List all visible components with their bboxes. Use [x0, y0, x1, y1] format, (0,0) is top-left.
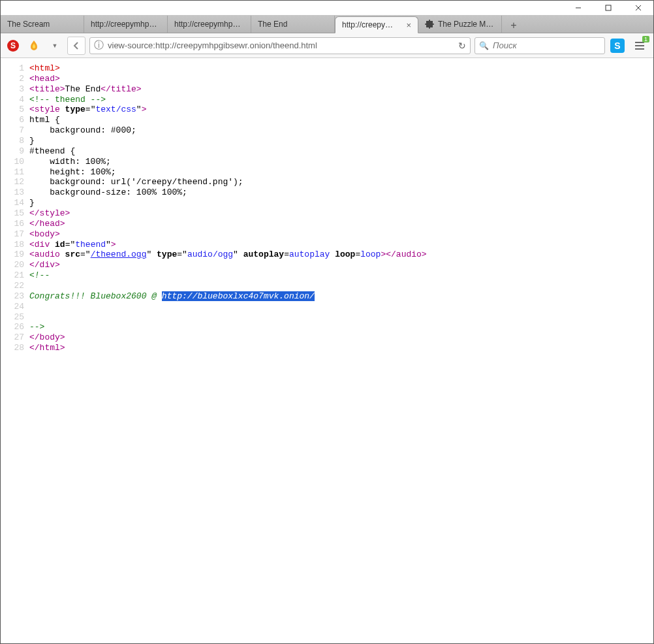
source-line: 28</html> — [29, 343, 653, 353]
back-button[interactable] — [67, 37, 86, 55]
search-icon: 🔍 — [479, 41, 489, 50]
code-token: text/css — [95, 105, 136, 114]
code-token: } — [29, 136, 35, 146]
line-number: 2 — [5, 74, 24, 84]
source-line: 11 height: 100%; — [29, 167, 653, 178]
code-token: <body> — [29, 229, 60, 239]
app-menu-button[interactable]: 1 — [630, 36, 649, 56]
window-close-button[interactable] — [623, 1, 653, 15]
code-token: background: #000; — [29, 125, 136, 135]
line-number: 21 — [5, 270, 24, 281]
tab-3[interactable]: The End — [251, 16, 335, 33]
window-minimize-button[interactable] — [563, 1, 593, 15]
tab-1[interactable]: http://creepymhp… — [84, 16, 168, 33]
new-tab-button[interactable]: + — [505, 18, 523, 33]
url-bar[interactable]: ⓘ view-source:http://creepymhpgibsewr.on… — [89, 37, 471, 54]
source-line: 2<head> — [29, 74, 653, 84]
tab-4[interactable]: http://creepy…× — [335, 16, 418, 33]
source-line: 8} — [29, 136, 653, 146]
line-number: 19 — [5, 250, 24, 260]
navigation-toolbar: S ▼ ⓘ view-source:http://creepymhpgibsew… — [1, 33, 653, 58]
tab-label: The Puzzle Ma… — [438, 20, 495, 29]
code-token: </body> — [29, 332, 65, 342]
line-number: 20 — [5, 260, 24, 270]
line-number: 18 — [5, 240, 24, 250]
code-token: " — [136, 105, 142, 114]
code-token: loop — [335, 250, 355, 259]
code-token: =" — [86, 105, 96, 114]
source-line: 20</div> — [29, 260, 653, 270]
code-token: </div> — [29, 260, 60, 270]
source-line: 15</style> — [29, 208, 653, 219]
identity-info-icon[interactable]: ⓘ — [94, 39, 104, 52]
source-line: 17<body> — [29, 229, 653, 240]
source-line: 21<!-- — [29, 270, 653, 281]
source-line: 3<title>The End</title> — [29, 84, 653, 95]
code-token: autoplay — [243, 250, 284, 259]
code-token: =" — [65, 240, 76, 250]
url-text[interactable]: view-source:http://creepymhpgibsewr.onio… — [108, 40, 454, 50]
extension-skype-icon[interactable]: S — [609, 37, 626, 54]
source-line: 1<html> — [29, 63, 653, 74]
line-number: 11 — [5, 167, 24, 178]
line-number: 16 — [5, 219, 24, 229]
code-token: type — [157, 250, 177, 259]
extension-dropdown-icon[interactable]: ▼ — [46, 37, 63, 54]
line-number: 8 — [5, 136, 24, 146]
code-token: html { — [29, 115, 60, 125]
source-line: 12 background: url('/creepy/theend.png')… — [29, 177, 653, 187]
view-source-content[interactable]: 1<html>2<head>3<title>The End</title>4<!… — [1, 58, 653, 644]
tab-label: The Scream — [7, 20, 77, 29]
code-token: <style — [29, 105, 65, 114]
line-number: 6 — [5, 115, 24, 125]
source-line: 16</head> — [29, 219, 653, 229]
source-line: 13 background-size: 100% 100%; — [29, 187, 653, 198]
tab-0[interactable]: The Scream — [1, 16, 84, 33]
tab-5[interactable]: The Puzzle Ma… — [418, 16, 502, 33]
search-bar[interactable]: 🔍 — [475, 37, 605, 54]
code-token: " — [106, 240, 111, 250]
extension-noscript-icon[interactable]: S — [5, 37, 22, 54]
code-token: <title> — [29, 84, 65, 94]
window-maximize-button[interactable] — [593, 1, 623, 15]
code-token: src — [65, 250, 80, 259]
line-number: 4 — [5, 95, 24, 105]
tab-2[interactable]: http://creepymhp… — [168, 16, 251, 33]
source-line: 27</body> — [29, 332, 653, 343]
line-number: 24 — [5, 302, 24, 312]
line-number: 25 — [5, 312, 24, 323]
line-number: 10 — [5, 157, 24, 167]
search-input[interactable] — [493, 40, 603, 50]
line-number: 23 — [5, 291, 24, 302]
code-token: <!-- — [29, 270, 50, 280]
extension-flame-icon[interactable] — [25, 37, 42, 54]
code-token: > — [142, 105, 147, 114]
reload-button[interactable]: ↻ — [458, 40, 466, 51]
code-token: autoplay — [289, 250, 330, 259]
code-token: audio/ogg — [187, 250, 233, 259]
line-number: 28 — [5, 343, 24, 353]
tab-label: The End — [258, 20, 328, 29]
line-number: 1 — [5, 63, 24, 74]
code-token: height: 100%; — [29, 167, 116, 177]
tab-strip: The Screamhttp://creepymhp…http://creepy… — [1, 15, 653, 33]
code-token: loop — [360, 250, 381, 259]
line-number: 14 — [5, 198, 24, 208]
code-token: =" — [177, 250, 187, 259]
tab-close-button[interactable]: × — [406, 20, 411, 30]
source-line: 4<!-- theend --> — [29, 95, 653, 105]
source-line: 19<audio src="/theend.ogg" type="audio/o… — [29, 250, 653, 260]
puzzle-icon — [425, 20, 434, 29]
line-number: 15 — [5, 208, 24, 219]
source-line: 9#theend { — [29, 146, 653, 157]
source-line: 24 — [29, 302, 653, 312]
line-number: 27 — [5, 332, 24, 343]
code-token: --> — [29, 322, 44, 332]
source-line: 26--> — [29, 322, 653, 332]
code-token: = — [284, 250, 289, 259]
menu-notification-badge: 1 — [642, 36, 649, 42]
tab-label: http://creepymhp… — [174, 20, 244, 29]
code-token: http://blueboxlxc4o7mvk.onion/ — [162, 291, 315, 301]
source-line: 7 background: #000; — [29, 125, 653, 136]
code-token: id — [55, 240, 65, 250]
